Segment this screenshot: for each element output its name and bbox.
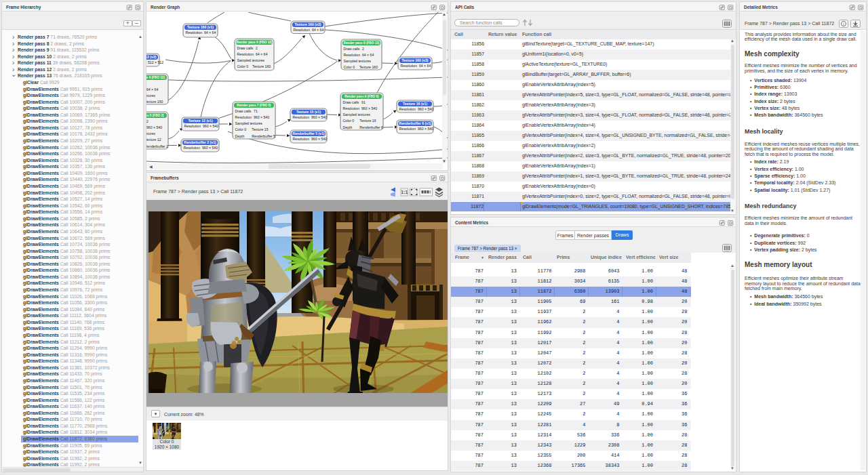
svg-text:Resolution 64 × 64: Resolution 64 × 64: [344, 53, 374, 57]
svg-text:Render pass 4 (FBO 12): Render pass 4 (FBO 12): [146, 76, 165, 79]
svg-text:Resolution 960 × 540: Resolution 960 × 540: [343, 106, 378, 110]
svg-text:Sampled textures: Sampled textures: [235, 121, 263, 125]
svg-text:Render pass 6 (FBO 12): Render pass 6 (FBO 12): [237, 41, 273, 44]
svg-text:Resolution 960 × 540: Resolution 960 × 540: [399, 127, 434, 131]
svg-text:Draw calls: Draw calls: [237, 46, 254, 50]
svg-text:Renderbuffer 2: Renderbuffer 2: [146, 144, 168, 148]
svg-text:Resolution 960 × 540: Resolution 960 × 540: [235, 115, 270, 119]
svg-text:Texture 16 (v1): Texture 16 (v1): [403, 102, 428, 106]
svg-text:Depth: Depth: [235, 134, 245, 138]
svg-text:Resolution 960 × 540: Resolution 960 × 540: [184, 124, 219, 128]
svg-text:Renderbuffer 5 (v1): Renderbuffer 5 (v1): [292, 131, 325, 136]
svg-text:Render pass 8 (FBO 12): Render pass 8 (FBO 12): [344, 41, 380, 45]
svg-text:71: 71: [254, 109, 258, 113]
svg-text:Renderbuffer 5: Renderbuffer 5: [252, 134, 275, 138]
svg-text:Texture 160 (v1): Texture 160 (v1): [187, 25, 214, 29]
svg-text:Renderbuffer 6 (v1): Renderbuffer 6 (v1): [399, 121, 431, 125]
svg-text:Render pass 9 (FBO 6): Render pass 9 (FBO 6): [344, 95, 379, 98]
svg-text:Render pass 5 (FBO 2): Render pass 5 (FBO 2): [146, 114, 164, 117]
svg-text:Resolution 64 × 64: Resolution 64 × 64: [294, 28, 324, 32]
svg-text:Renderbuffer 6: Renderbuffer 6: [359, 125, 383, 129]
svg-text:Resolution 64 × 64: Resolution 64 × 64: [146, 87, 158, 91]
svg-text:Texture 16: Texture 16: [359, 119, 376, 123]
svg-text:Render pass 7 (FBO 5): Render pass 7 (FBO 5): [237, 104, 271, 107]
svg-text:Resolution 960 × 540: Resolution 960 × 540: [293, 137, 328, 141]
svg-text:Sampled textures: Sampled textures: [237, 58, 265, 62]
svg-text:Renderbuffer 2 (v1): Renderbuffer 2 (v1): [184, 140, 216, 144]
svg-text:Texture 512 (v2): Texture 512 (v2): [146, 55, 157, 59]
svg-text:Resolution 512 × 512: Resolution 512 × 512: [146, 60, 163, 64]
svg-text:Texture 12: Texture 12: [146, 138, 161, 142]
svg-text:Color 0: Color 0: [235, 127, 247, 131]
svg-text:Resolution 64 × 64: Resolution 64 × 64: [237, 52, 268, 56]
svg-text:Sampled textures: Sampled textures: [146, 94, 155, 98]
svg-text:i: i: [843, 22, 844, 26]
svg-text:Resolution 960 × 540: Resolution 960 × 540: [293, 115, 328, 119]
svg-text:Resolution 960 × 540: Resolution 960 × 540: [146, 125, 162, 129]
svg-text:Draw calls: Draw calls: [343, 100, 359, 104]
svg-text:Depth: Depth: [343, 125, 353, 129]
svg-text:2: 2: [146, 119, 149, 123]
svg-text:Resolution 960 × 540: Resolution 960 × 540: [399, 107, 434, 111]
svg-text:Texture 160: Texture 160: [252, 64, 271, 68]
svg-text:Texture 160: Texture 160: [359, 65, 378, 69]
svg-text:Color 0: Color 0: [343, 119, 355, 123]
svg-text:Color 0: Color 0: [237, 64, 249, 68]
svg-text:Draw calls: Draw calls: [235, 109, 252, 113]
svg-text:Sampled textures: Sampled textures: [344, 59, 372, 63]
svg-text:Texture 15 (v1): Texture 15 (v1): [296, 110, 321, 114]
svg-text:Sampled textures: Sampled textures: [343, 112, 371, 117]
svg-text:91: 91: [361, 100, 366, 104]
svg-text:Texture 15: Texture 15: [252, 127, 268, 131]
svg-text:Texture 12 (v1): Texture 12 (v1): [188, 119, 213, 123]
svg-text:2: 2: [256, 46, 258, 50]
svg-text:Texture 160 (v3): Texture 160 (v3): [401, 58, 428, 62]
svg-text:2: 2: [362, 47, 364, 51]
svg-text:Texture 160 (v2): Texture 160 (v2): [294, 22, 321, 26]
svg-text:Draw calls: Draw calls: [344, 47, 360, 51]
svg-text:Sampled textures: Sampled textures: [146, 131, 155, 136]
svg-text:Resolution 960 × 540: Resolution 960 × 540: [184, 146, 218, 150]
svg-text:Color 0: Color 0: [344, 65, 355, 69]
svg-text:Texture 160: Texture 160: [146, 100, 163, 104]
svg-text:Resolution 64 × 64: Resolution 64 × 64: [186, 30, 216, 35]
svg-text:Resolution 64 × 64: Resolution 64 × 64: [401, 64, 431, 68]
svg-text:1:1: 1:1: [401, 190, 408, 194]
